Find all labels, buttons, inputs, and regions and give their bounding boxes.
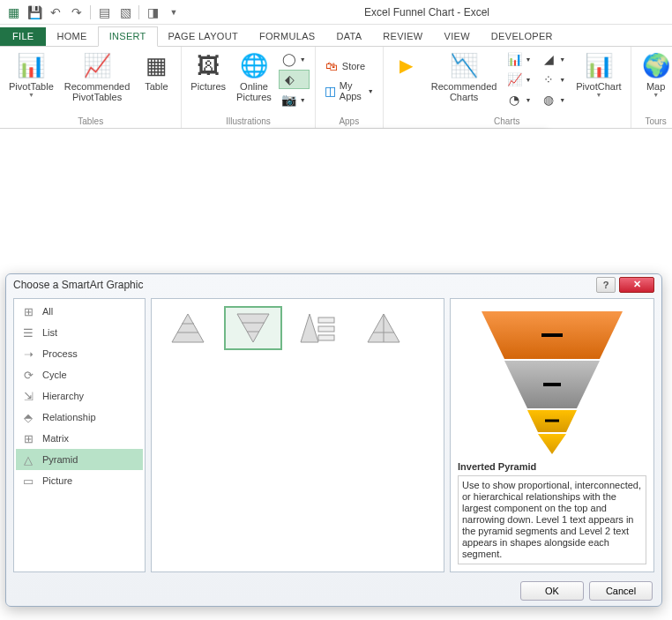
chart-type-button[interactable]: ⁘▼ bbox=[538, 70, 569, 89]
pivottable-button[interactable]: 📊 PivotTable ▼ bbox=[5, 49, 57, 100]
tab-formulas[interactable]: FORMULAS bbox=[249, 27, 326, 46]
tab-insert[interactable]: INSERT bbox=[98, 26, 158, 47]
table-icon: ▦ bbox=[142, 51, 170, 79]
quick-access-toolbar: ▦ 💾 ↶ ↷ ▤ ▧ ◨ ▼ Excel Funnel Chart - Exc… bbox=[0, 0, 672, 25]
screenshot-button[interactable]: 📷▼ bbox=[279, 90, 310, 109]
pivottable-icon: 📊 bbox=[17, 51, 45, 79]
group-charts: ▶ 📉 Recommended Charts 📊▼ 📈▼ ◔▼ ◢▼ ⁘▼ ◍▼… bbox=[384, 47, 631, 128]
online-pictures-button[interactable]: 🌐 Online Pictures bbox=[233, 49, 275, 104]
excel-icon: ▦ bbox=[4, 3, 23, 22]
group-label: Tables bbox=[5, 115, 175, 128]
qat-customize-icon[interactable]: ▼ bbox=[164, 3, 183, 22]
map-button[interactable]: 🌍 Map ▼ bbox=[637, 49, 672, 100]
recommended-charts-button[interactable]: 📉 Recommended Charts bbox=[428, 49, 501, 104]
tab-home[interactable]: HOME bbox=[46, 27, 97, 46]
shapes-icon: ◯ bbox=[282, 52, 296, 66]
store-icon: 🛍 bbox=[325, 59, 339, 73]
group-label: Tours bbox=[637, 115, 672, 128]
group-label: Apps bbox=[321, 115, 377, 128]
bing-icon: ▶ bbox=[392, 51, 421, 79]
table-button[interactable]: ▦ Table bbox=[137, 49, 175, 93]
tab-page-layout[interactable]: PAGE LAYOUT bbox=[158, 27, 249, 46]
recommended-charts-icon: 📉 bbox=[450, 51, 478, 79]
smartart-icon: ⬖ bbox=[283, 72, 297, 86]
group-tables: 📊 PivotTable ▼ 📈 Recommended PivotTables… bbox=[0, 47, 182, 128]
tab-review[interactable]: REVIEW bbox=[372, 27, 433, 46]
area-chart-icon: ◢ bbox=[541, 52, 556, 66]
ribbon-tabs: FILE HOME INSERT PAGE LAYOUT FORMULAS DA… bbox=[0, 25, 672, 47]
recommended-pivottables-button[interactable]: 📈 Recommended PivotTables bbox=[61, 49, 134, 104]
chart-type-button[interactable]: 📊▼ bbox=[504, 49, 534, 69]
line-chart-icon: 📈 bbox=[507, 72, 521, 86]
map-icon: 🌍 bbox=[642, 51, 670, 79]
qat-item-icon[interactable]: ▤ bbox=[94, 3, 114, 22]
chart-type-button[interactable]: ◢▼ bbox=[538, 49, 569, 69]
redo-icon[interactable]: ↷ bbox=[67, 3, 86, 22]
pivotchart-icon: 📊 bbox=[585, 51, 613, 79]
shapes-button[interactable]: ◯▼ bbox=[279, 49, 310, 69]
group-label: Charts bbox=[389, 115, 625, 128]
myapps-icon: ◫ bbox=[325, 84, 336, 98]
group-apps: 🛍Store ◫My Apps ▼ Apps bbox=[316, 47, 384, 128]
pictures-button[interactable]: 🖼 Pictures bbox=[187, 49, 229, 93]
chart-type-button[interactable]: ◍▼ bbox=[538, 90, 569, 109]
window-title: Excel Funnel Chart - Excel bbox=[185, 6, 668, 19]
tab-view[interactable]: VIEW bbox=[434, 27, 481, 46]
tab-developer[interactable]: DEVELOPER bbox=[481, 27, 564, 46]
chart-type-button[interactable]: ◔▼ bbox=[504, 90, 534, 109]
chart-type-button[interactable]: 📈▼ bbox=[504, 70, 534, 89]
online-pictures-icon: 🌐 bbox=[240, 51, 268, 79]
scatter-chart-icon: ⁘ bbox=[541, 72, 556, 86]
bar-chart-icon: 📊 bbox=[507, 52, 521, 66]
pictures-icon: 🖼 bbox=[194, 51, 222, 79]
store-button[interactable]: 🛍Store bbox=[321, 56, 377, 76]
screenshot-icon: 📷 bbox=[282, 93, 296, 107]
tab-file[interactable]: FILE bbox=[0, 27, 46, 46]
group-illustrations: 🖼 Pictures 🌐 Online Pictures ◯▼ ⬖ 📷▼ Ill… bbox=[182, 47, 315, 128]
my-apps-button[interactable]: ◫My Apps ▼ bbox=[321, 81, 377, 101]
recommended-pivot-icon: 📈 bbox=[83, 51, 111, 79]
stock-chart-icon: ◍ bbox=[541, 93, 556, 107]
ribbon: 📊 PivotTable ▼ 📈 Recommended PivotTables… bbox=[0, 47, 672, 129]
save-icon[interactable]: 💾 bbox=[25, 3, 44, 22]
group-tours: 🌍 Map ▼ Tours bbox=[631, 47, 672, 128]
smartart-button[interactable]: ⬖ bbox=[279, 70, 310, 89]
pivotchart-button[interactable]: 📊 PivotChart ▼ bbox=[572, 49, 624, 100]
pie-chart-icon: ◔ bbox=[507, 93, 521, 107]
undo-icon[interactable]: ↶ bbox=[46, 3, 65, 22]
group-label: Illustrations bbox=[187, 115, 309, 128]
qat-item-icon[interactable]: ◨ bbox=[143, 3, 162, 22]
qat-item-icon[interactable]: ▧ bbox=[116, 3, 135, 22]
tab-data[interactable]: DATA bbox=[325, 27, 372, 46]
bing-maps-button[interactable]: ▶ bbox=[389, 49, 424, 81]
